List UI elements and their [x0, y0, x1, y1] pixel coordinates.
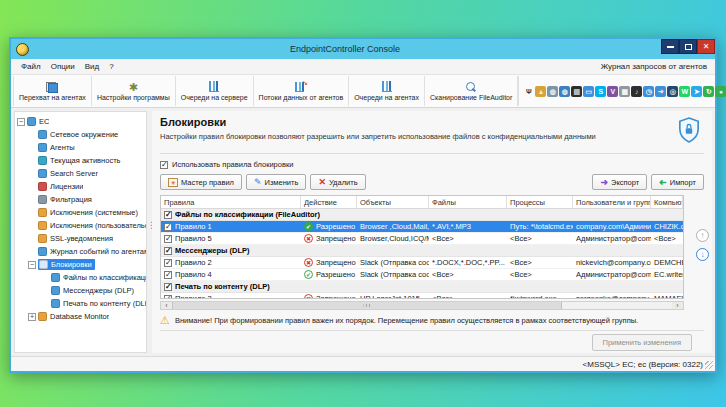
- rule-group-row[interactable]: Печать по контенту (DLP): [161, 281, 683, 293]
- green-app-icon[interactable]: ●: [715, 86, 726, 97]
- minimize-button[interactable]: [661, 39, 679, 54]
- column-header[interactable]: Действие: [301, 196, 357, 208]
- group-checkbox[interactable]: [164, 211, 172, 219]
- agent-queues-button[interactable]: Очереди на агентах: [349, 76, 425, 106]
- column-header[interactable]: Объекты: [357, 196, 429, 208]
- tree-item[interactable]: Исключения (пользовательские): [17, 219, 146, 232]
- edit-rule-button[interactable]: ✎ Изменить: [246, 174, 306, 190]
- tree-item[interactable]: Лицензии: [17, 180, 146, 193]
- tree-item[interactable]: Мессенджеры (DLP): [17, 284, 146, 297]
- column-header[interactable]: Процессы: [507, 196, 573, 208]
- column-header[interactable]: Компьютеры: [651, 196, 683, 208]
- server-queues-button[interactable]: Очереди на сервере: [176, 76, 254, 106]
- rule-checkbox[interactable]: [164, 223, 172, 231]
- refresh-icon[interactable]: ↻: [703, 86, 714, 97]
- tree-item[interactable]: −EC: [17, 115, 146, 128]
- maximize-icon: [685, 44, 692, 50]
- intercept-on-agents-button[interactable]: Перехват на агентах: [13, 76, 92, 106]
- tree-item[interactable]: Журнал событий по агентам: [17, 245, 146, 258]
- tree-item[interactable]: Исключения (системные): [17, 206, 146, 219]
- program-settings-button[interactable]: Настройки программы: [92, 76, 176, 106]
- plus-expander-icon[interactable]: +: [28, 313, 36, 321]
- tree-item-body: Исключения (пользовательские): [38, 221, 146, 230]
- minus-expander-icon[interactable]: −: [17, 118, 25, 126]
- tree-item[interactable]: Файлы по классификации (FileAu...: [17, 271, 146, 284]
- rule-row[interactable]: Правило 5✖ЗапрещеноBrowser,Cloud,ICQ/MM.…: [161, 233, 683, 245]
- clock-icon[interactable]: ◷: [643, 86, 654, 97]
- titlebar[interactable]: EndpointController Console ✕: [11, 39, 715, 59]
- action-label: Разрешено: [316, 270, 355, 279]
- denied-icon: ✖: [304, 258, 313, 267]
- rule-row[interactable]: Правило 3✖ЗапрещеноHP LaserJet 1015<Все>…: [161, 293, 683, 299]
- rule-checkbox[interactable]: [164, 295, 172, 299]
- usb-icon[interactable]: Ψ: [523, 86, 534, 97]
- monitor-icon[interactable]: ▭: [583, 86, 594, 97]
- window-title: EndpointController Console: [29, 44, 661, 54]
- tree-item-label: Фильтрация: [50, 195, 92, 204]
- logoff-icon[interactable]: ➜: [655, 86, 666, 97]
- upload-folder-icon[interactable]: ▲: [535, 86, 546, 97]
- rule-wizard-button[interactable]: ✳ Мастер правил: [160, 174, 242, 190]
- menu-item[interactable]: Опции: [46, 62, 80, 71]
- use-blocking-rules-checkbox[interactable]: [160, 161, 168, 169]
- tree-item[interactable]: +Database Monitor: [17, 310, 146, 323]
- edit-rule-label: Изменить: [265, 178, 299, 187]
- column-header[interactable]: Пользователи и группы: [573, 196, 651, 208]
- scrollbar-thumb[interactable]: [172, 302, 562, 309]
- import-button[interactable]: ➜ Импорт: [651, 174, 704, 190]
- rule-group-row[interactable]: Файлы по классификации (FileAuditor): [161, 209, 683, 221]
- telegram-icon[interactable]: ➤: [691, 86, 702, 97]
- whatsapp-icon[interactable]: W: [679, 86, 690, 97]
- microphone-icon[interactable]: ♪: [631, 86, 642, 97]
- agent-data-streams-button[interactable]: Потоки данных от агентов: [254, 76, 350, 106]
- maximize-button[interactable]: [679, 39, 697, 54]
- rule-row[interactable]: Правило 4✔РазрешеноSlack (Отправка сооб.…: [161, 269, 683, 281]
- tree-item-body: Исключения (системные): [38, 208, 138, 217]
- tree-item-label: Текущая активность: [50, 156, 121, 165]
- minus-expander-icon[interactable]: −: [28, 261, 36, 269]
- tree-item[interactable]: Агенты: [17, 141, 146, 154]
- scroll-left-arrow-icon[interactable]: ‹: [161, 302, 172, 309]
- export-button[interactable]: ➜ Экспорт: [592, 174, 647, 190]
- globe-gray-icon[interactable]: ◍: [547, 86, 558, 97]
- rule-checkbox[interactable]: [164, 235, 172, 243]
- tree-item[interactable]: SSL-уведомления: [17, 232, 146, 245]
- tree-item[interactable]: Фильтрация: [17, 193, 146, 206]
- column-header[interactable]: Файлы: [429, 196, 507, 208]
- move-rule-down-button[interactable]: ↓: [696, 248, 709, 261]
- keyboard-icon[interactable]: ▤: [571, 86, 582, 97]
- column-header[interactable]: Правила: [161, 196, 301, 208]
- tree-item[interactable]: Search Server: [17, 167, 146, 180]
- group-checkbox[interactable]: [164, 283, 172, 291]
- rule-processes-cell: <Все>: [507, 234, 573, 243]
- menu-item[interactable]: ?: [104, 62, 118, 71]
- webcam-icon[interactable]: ◎: [667, 86, 678, 97]
- tree-item[interactable]: Сетевое окружение: [17, 128, 146, 141]
- fileauditor-scan-button[interactable]: Сканирование FileAuditor: [425, 76, 518, 106]
- menu-item[interactable]: Вид: [80, 62, 104, 71]
- skype-icon[interactable]: S: [595, 86, 606, 97]
- rule-users-cell: Администратор@compa...: [573, 270, 651, 279]
- agent-requests-log-link[interactable]: Журнал запросов от агентов: [601, 62, 707, 71]
- rule-checkbox[interactable]: [164, 271, 172, 279]
- viber-icon[interactable]: V: [607, 86, 618, 97]
- rule-row[interactable]: Правило 1✔РазрешеноBrowser ,Cloud,Mail,M…: [161, 221, 683, 233]
- close-button[interactable]: ✕: [697, 39, 715, 54]
- tree-item[interactable]: −Блокировки: [17, 258, 146, 271]
- rule-group-row[interactable]: Мессенджеры (DLP): [161, 245, 683, 257]
- horizontal-scrollbar[interactable]: ‹ ›: [160, 301, 684, 310]
- scroll-right-arrow-icon[interactable]: ›: [672, 302, 683, 309]
- group-checkbox[interactable]: [164, 247, 172, 255]
- globe-blue-icon[interactable]: ◍: [559, 86, 570, 97]
- menu-item[interactable]: Файл: [16, 62, 46, 71]
- printer-icon[interactable]: ▦: [619, 86, 630, 97]
- page-description: Настройки правил блокировки позволяют ра…: [160, 132, 678, 141]
- tree-item[interactable]: Печать по контенту (DLP): [17, 297, 146, 310]
- scrollbar-track[interactable]: [172, 302, 672, 309]
- tree-item[interactable]: Текущая активность: [17, 154, 146, 167]
- rule-checkbox[interactable]: [164, 259, 172, 267]
- apply-changes-button[interactable]: Применить изменения: [592, 334, 693, 351]
- move-rule-up-button[interactable]: ↑: [696, 229, 709, 242]
- delete-rule-button[interactable]: ✕ Удалить: [310, 174, 365, 190]
- rule-row[interactable]: Правило 2✖ЗапрещеноSlack (Отправка сооб.…: [161, 257, 683, 269]
